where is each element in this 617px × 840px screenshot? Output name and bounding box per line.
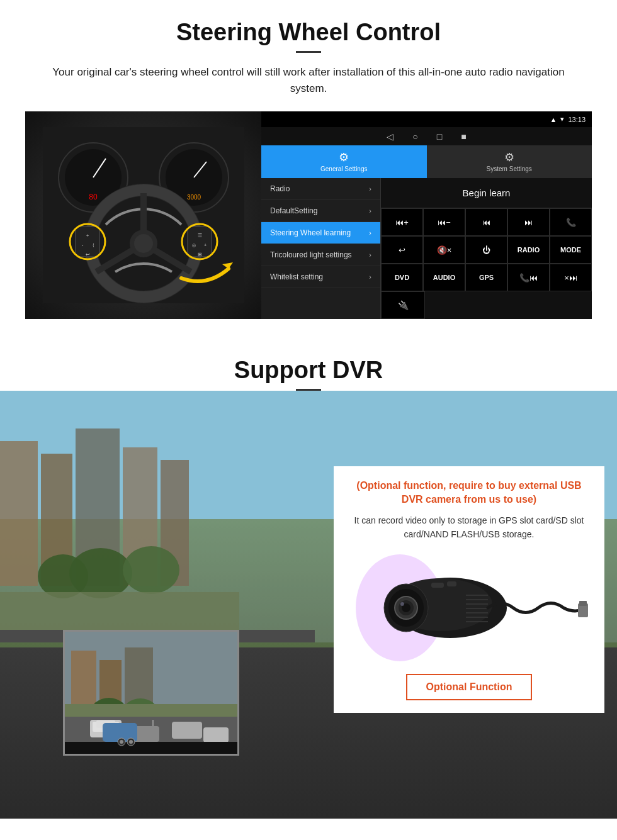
svg-rect-83 xyxy=(65,742,239,756)
menu-item-steering[interactable]: Steering Wheel learning › xyxy=(261,222,380,244)
svg-text:3000: 3000 xyxy=(186,194,201,201)
phone-btn[interactable]: 📞 xyxy=(550,208,592,236)
nav-bar: ◁ ○ □ ■ xyxy=(261,127,592,145)
signal-icon: ▲ xyxy=(550,116,557,123)
mode-btn[interactable]: MODE xyxy=(550,236,592,264)
steering-section: Steering Wheel Control Your original car… xyxy=(0,0,617,332)
svg-text:↩: ↩ xyxy=(85,252,89,257)
steering-photo: 80 3000 xyxy=(25,111,261,319)
steering-label: Steering Wheel learning xyxy=(270,228,351,237)
whitelist-label: Whitelist setting xyxy=(270,272,323,281)
menu-item-whitelist[interactable]: Whitelist setting › xyxy=(261,266,380,288)
svg-rect-81 xyxy=(65,704,239,717)
menu-item-radio[interactable]: Radio › xyxy=(261,178,380,200)
gps-btn[interactable]: GPS xyxy=(465,264,507,291)
svg-point-36 xyxy=(123,546,179,594)
svg-rect-45 xyxy=(0,592,239,630)
svg-text:☰: ☰ xyxy=(197,233,201,238)
svg-rect-30 xyxy=(0,441,38,586)
android-ui-panel: ▲ ▾ 13:13 ◁ ○ □ ■ ⚙ General Settings ⚙ S… xyxy=(261,111,592,319)
tricoloured-label: Tricoloured light settings xyxy=(270,250,352,259)
chevron-icon: › xyxy=(369,273,371,281)
wifi-icon: ▾ xyxy=(560,115,564,123)
left-menu: Radio › DefaultSetting › Steering Wheel … xyxy=(261,178,381,319)
default-label: DefaultSetting xyxy=(270,206,317,215)
general-settings-label: General Settings xyxy=(320,165,368,172)
settings-tabs: ⚙ General Settings ⚙ System Settings xyxy=(261,145,592,178)
chevron-icon: › xyxy=(369,185,371,193)
tab-system-settings[interactable]: ⚙ System Settings xyxy=(427,145,592,178)
right-panel: Begin learn ⏮+ ⏮− ⏮ ⏭ 📞 ↩ 🔇× ⏻ RADIO MOD… xyxy=(381,178,592,319)
begin-learn-area: Begin learn xyxy=(381,178,592,208)
tab-general-settings[interactable]: ⚙ General Settings xyxy=(261,145,427,178)
dvr-camera-image xyxy=(348,551,591,664)
phone-prev-btn[interactable]: 📞⏮ xyxy=(507,264,550,291)
optional-function-button[interactable]: Optional Function xyxy=(406,674,533,700)
dvr-title: Support DVR xyxy=(0,338,617,389)
svg-point-15 xyxy=(134,234,153,253)
system-icon: ⚙ xyxy=(504,150,514,164)
steering-content: 80 3000 xyxy=(25,111,592,319)
power-btn[interactable]: ⏻ xyxy=(465,236,507,264)
svg-text:+: + xyxy=(86,233,89,238)
radio-label: Radio xyxy=(270,184,290,193)
bottom-row: 🔌 xyxy=(381,291,592,319)
gear-icon: ⚙ xyxy=(339,150,349,164)
back-nav-icon[interactable]: ◁ xyxy=(387,132,393,142)
svg-rect-80 xyxy=(203,727,229,742)
time-display: 13:13 xyxy=(568,116,586,123)
chevron-icon: › xyxy=(369,251,371,259)
dvr-section: Support DVR xyxy=(0,338,617,819)
svg-point-88 xyxy=(129,740,133,744)
hangup-btn[interactable]: ↩ xyxy=(381,236,423,264)
usb-btn[interactable]: 🔌 xyxy=(381,291,425,319)
dvr-description: It can record video only to storage in G… xyxy=(348,513,591,542)
svg-point-87 xyxy=(120,740,123,744)
dvr-thumb-svg xyxy=(65,632,239,756)
svg-text:⟨: ⟨ xyxy=(92,243,94,247)
audio-btn[interactable]: AUDIO xyxy=(423,264,465,291)
steering-wheel-svg: 80 3000 xyxy=(43,127,244,303)
mute-next-btn[interactable]: ×⏭ xyxy=(550,264,592,291)
title-divider xyxy=(296,51,321,53)
mute-btn[interactable]: 🔇× xyxy=(423,236,465,264)
vol-down-btn[interactable]: ⏮− xyxy=(423,208,465,236)
android-main-content: Radio › DefaultSetting › Steering Wheel … xyxy=(261,178,592,319)
next-btn[interactable]: ⏭ xyxy=(507,208,550,236)
svg-rect-67 xyxy=(579,601,587,606)
system-settings-label: System Settings xyxy=(487,165,532,172)
svg-rect-79 xyxy=(172,722,202,739)
dvd-btn[interactable]: DVD xyxy=(381,264,423,291)
svg-rect-57 xyxy=(431,583,444,588)
home-nav-icon[interactable]: ○ xyxy=(412,132,417,142)
control-buttons-grid: ⏮+ ⏮− ⏮ ⏭ 📞 ↩ 🔇× ⏻ RADIO MODE DVD AUDIO … xyxy=(381,208,592,291)
optional-function-wrap: Optional Function xyxy=(348,674,591,700)
svg-text:80: 80 xyxy=(89,193,98,201)
dvr-info-card: (Optional function, require to buy exter… xyxy=(334,466,604,713)
svg-text:⊞: ⊞ xyxy=(197,252,201,257)
steering-description: Your original car's steering wheel contr… xyxy=(38,64,579,96)
dvr-optional-text: (Optional function, require to buy exter… xyxy=(348,479,591,507)
svg-text:-: - xyxy=(81,242,83,248)
dvr-photo-background: (Optional function, require to buy exter… xyxy=(0,391,617,819)
dvr-camera-svg xyxy=(349,554,589,661)
recent-nav-icon[interactable]: □ xyxy=(437,132,442,142)
svg-point-37 xyxy=(38,554,88,598)
menu-item-default[interactable]: DefaultSetting › xyxy=(261,200,380,222)
chevron-icon: › xyxy=(369,207,371,215)
status-bar: ▲ ▾ 13:13 xyxy=(261,111,592,127)
begin-learn-button[interactable]: Begin learn xyxy=(381,178,592,208)
chevron-icon: › xyxy=(369,229,371,237)
dvr-thumbnail xyxy=(63,630,239,756)
svg-text:◎: ◎ xyxy=(192,243,196,247)
radio-btn[interactable]: RADIO xyxy=(507,236,550,264)
prev-btn[interactable]: ⏮ xyxy=(465,208,507,236)
steering-title: Steering Wheel Control xyxy=(25,19,592,46)
menu-nav-icon[interactable]: ■ xyxy=(461,132,466,142)
svg-point-56 xyxy=(400,602,404,606)
svg-rect-58 xyxy=(447,581,456,586)
vol-up-btn[interactable]: ⏮+ xyxy=(381,208,423,236)
svg-text:+: + xyxy=(203,242,207,248)
steering-bg: 80 3000 xyxy=(25,111,261,319)
menu-item-tricoloured[interactable]: Tricoloured light settings › xyxy=(261,244,380,266)
